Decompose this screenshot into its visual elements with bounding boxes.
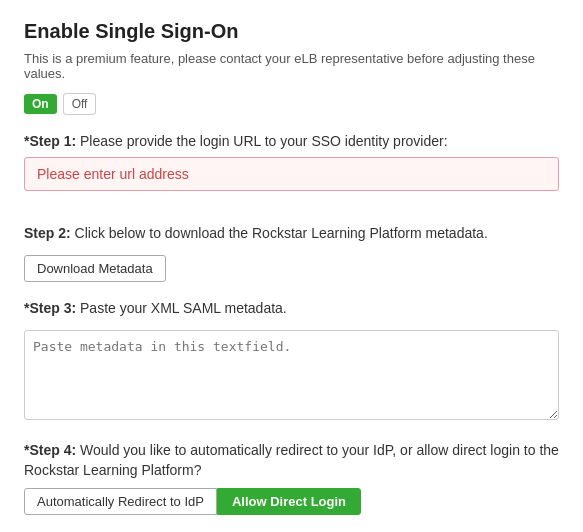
step2-label: Step 2: Click below to download the Rock… bbox=[24, 225, 559, 241]
step2-desc: Click below to download the Rockstar Lea… bbox=[75, 225, 488, 241]
step2-section: Step 2: Click below to download the Rock… bbox=[24, 225, 559, 282]
step1-desc: Please provide the login URL to your SSO… bbox=[80, 133, 448, 149]
sso-url-input[interactable] bbox=[24, 157, 559, 191]
page-title: Enable Single Sign-On bbox=[24, 20, 559, 43]
step4-section: *Step 4: Would you like to automatically… bbox=[24, 441, 559, 515]
step4-button-group: Automatically Redirect to IdP Allow Dire… bbox=[24, 488, 559, 515]
step3-label: *Step 3: Paste your XML SAML metadata. bbox=[24, 300, 559, 316]
step2-bold: Step 2: bbox=[24, 225, 71, 241]
step3-desc: Paste your XML SAML metadata. bbox=[80, 300, 287, 316]
step4-bold: *Step 4: bbox=[24, 442, 76, 458]
page-subtitle: This is a premium feature, please contac… bbox=[24, 51, 559, 81]
step4-label: *Step 4: Would you like to automatically… bbox=[24, 441, 559, 480]
step3-section: *Step 3: Paste your XML SAML metadata. bbox=[24, 300, 559, 423]
step4-desc: Would you like to automatically redirect… bbox=[24, 442, 559, 478]
sso-main-toggle: On Off bbox=[24, 93, 559, 115]
sso-toggle-off[interactable]: Off bbox=[63, 93, 97, 115]
download-metadata-button[interactable]: Download Metadata bbox=[24, 255, 166, 282]
sso-toggle-on[interactable]: On bbox=[24, 94, 57, 114]
redirect-to-idp-button[interactable]: Automatically Redirect to IdP bbox=[24, 488, 217, 515]
step1-label: *Step 1: Please provide the login URL to… bbox=[24, 133, 559, 149]
metadata-textarea[interactable] bbox=[24, 330, 559, 420]
allow-direct-login-button[interactable]: Allow Direct Login bbox=[217, 488, 361, 515]
step1-section: *Step 1: Please provide the login URL to… bbox=[24, 133, 559, 207]
step3-bold: *Step 3: bbox=[24, 300, 76, 316]
step1-bold: *Step 1: bbox=[24, 133, 76, 149]
